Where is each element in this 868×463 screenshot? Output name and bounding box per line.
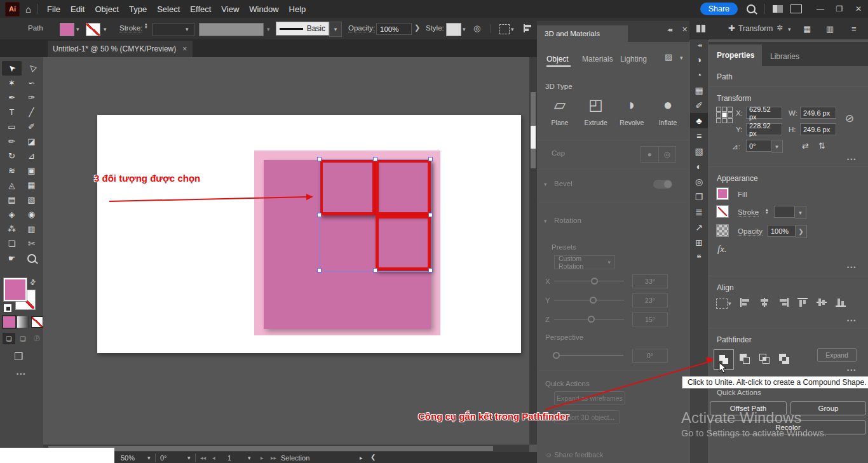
fx-button[interactable]: fx. (717, 244, 727, 255)
transform-row-label[interactable]: Transform (738, 24, 773, 33)
appearance-stroke-swatch[interactable] (717, 206, 728, 217)
eraser-tool[interactable]: ◪ (22, 134, 41, 149)
render-settings-dropdown-icon[interactable]: ▾ (680, 55, 683, 61)
rotate-tool[interactable]: ↻ (2, 149, 22, 163)
stroke-dropdown-icon[interactable]: ▾ (104, 26, 107, 32)
select-similar-dropdown-icon[interactable]: ▾ (511, 26, 514, 32)
free-transform-tool[interactable]: ▣ (22, 163, 41, 178)
stroke-weight-dropdown-icon[interactable]: ▾ (186, 26, 189, 32)
horizontal-scrollbar-thumb[interactable] (48, 446, 493, 451)
stroke-color-swatch[interactable] (86, 23, 100, 36)
scale-tool[interactable]: ⊿ (22, 149, 41, 163)
w-field[interactable]: 249.6 px (800, 107, 836, 119)
column-view-icon[interactable]: ▥ (826, 24, 834, 34)
bevel-toggle[interactable] (653, 180, 672, 189)
default-fill-stroke-icon[interactable] (3, 304, 12, 312)
prev-artboard-icon[interactable]: ◂ (212, 455, 215, 461)
zoom-level-value[interactable]: 50% (121, 454, 135, 462)
angle-dropdown-icon[interactable]: ▾ (771, 140, 783, 153)
horizontal-scrollbar[interactable] (43, 445, 529, 452)
select-similar-icon[interactable] (499, 24, 510, 34)
close-button[interactable]: ✕ (849, 4, 868, 13)
cap-inflated-icon[interactable]: ◎ (659, 147, 676, 162)
y-field[interactable]: 228.92 px (746, 123, 782, 135)
pathfinder-intersect-button[interactable] (757, 352, 771, 366)
document-tab[interactable]: Untitled-1* @ 50 % (CMYK/Preview) × (48, 41, 193, 57)
align-bottom-icon[interactable] (835, 297, 846, 307)
fill-dropdown-icon[interactable]: ▾ (76, 26, 79, 32)
line-segment-tool[interactable]: ╱ (22, 105, 41, 119)
menu-item-file[interactable]: File (47, 4, 60, 14)
artboard-dropdown-icon[interactable]: ▾ (248, 455, 251, 461)
menu-item-view[interactable]: View (221, 4, 239, 14)
pathfinder-more-options-icon[interactable]: ••• (847, 367, 857, 373)
zoom-dropdown-icon[interactable]: ▾ (147, 455, 151, 461)
restore-button[interactable]: ❐ (830, 4, 849, 13)
appearance-fill-swatch[interactable] (717, 188, 728, 199)
status-collapse-icon[interactable]: ❮ (370, 453, 376, 460)
align-center-vertical-icon[interactable] (816, 297, 827, 307)
blend-tool[interactable]: ◉ (22, 207, 41, 222)
next-artboard-icon[interactable]: ▸ (261, 455, 264, 461)
slider-value-x[interactable]: 33° (632, 274, 668, 288)
layers-icon[interactable]: ≣ (690, 205, 708, 220)
cap-flat-icon[interactable]: ● (641, 147, 659, 162)
share-feedback-link[interactable]: ☺ Share feedback (545, 451, 603, 459)
stroke-weight-label[interactable]: Stroke: (119, 24, 142, 32)
canvas-area[interactable] (43, 57, 529, 445)
gradient-mode-button[interactable] (17, 316, 29, 328)
appearance-opacity-label[interactable]: Opacity (738, 227, 763, 236)
hand-tool[interactable]: ☛ (2, 251, 22, 265)
transform-dropdown-icon[interactable]: ▾ (788, 26, 791, 32)
width-tool[interactable]: ≋ (2, 163, 22, 178)
brush-dropdown-icon[interactable]: ▾ (329, 22, 342, 37)
appearance-opacity-swatch[interactable] (717, 225, 728, 236)
inflate-option[interactable]: ●Inflate (651, 96, 684, 126)
tab-properties[interactable]: Properties (709, 44, 762, 66)
menu-item-help[interactable]: Help (289, 4, 306, 14)
align-more-options-icon[interactable]: ••• (847, 318, 857, 324)
render-settings-icon[interactable]: ▨ (665, 52, 676, 64)
stroke-width-field[interactable] (774, 206, 795, 218)
vertical-scrollbar[interactable] (529, 57, 537, 445)
slice-tool[interactable]: ✄ (22, 236, 41, 251)
brushes-icon[interactable]: ✐ (690, 98, 708, 113)
rotation-dropdown-icon[interactable]: ▾ (187, 455, 191, 461)
type-tool[interactable]: T (2, 105, 22, 119)
screen-mode-icon[interactable]: ❐ (14, 351, 23, 363)
selection-handle[interactable] (428, 157, 433, 161)
artboard-number[interactable]: 1 (227, 454, 231, 462)
slider-track-x[interactable] (554, 281, 624, 281)
app-logo-icon[interactable]: Ai (5, 2, 20, 17)
extrude-option[interactable]: ◰Extrude (580, 96, 613, 126)
bevel-chevron-icon[interactable]: ▾ (544, 181, 547, 187)
slider-knob-x[interactable] (591, 278, 598, 285)
draw-normal-icon[interactable]: ❏ (3, 333, 15, 344)
pen-tool[interactable]: ✒ (2, 90, 22, 105)
selection-handle[interactable] (428, 213, 433, 217)
pathfinder-exclude-button[interactable] (777, 352, 791, 366)
perspective-grid-tool[interactable]: ▦ (22, 178, 41, 192)
color-panel-icon[interactable]: ◑ (690, 52, 708, 67)
lasso-tool[interactable]: ∽ (22, 76, 41, 90)
shape-builder-tool[interactable]: ◬ (2, 178, 22, 192)
revolve-option[interactable]: ◗Revolve (615, 96, 648, 126)
menu-item-object[interactable]: Object (95, 4, 119, 14)
selection-handle[interactable] (373, 268, 377, 272)
stroke-stepper[interactable]: ▴▾ (766, 206, 768, 214)
group-button[interactable]: Group (790, 401, 866, 415)
menu-item-effect[interactable]: Effect (190, 4, 211, 14)
perspective-slider-knob[interactable] (553, 352, 560, 359)
reference-point-grid[interactable] (716, 107, 733, 123)
expand-dock-icon[interactable]: ◂◂ (690, 39, 708, 52)
tab-libraries[interactable]: Libraries (770, 52, 799, 61)
slider-track-y[interactable] (554, 300, 624, 300)
artboards-icon[interactable]: ❐ (690, 189, 708, 205)
appearance-stroke-label[interactable]: Stroke (738, 208, 759, 217)
align-to-dropdown-icon[interactable]: ▾ (728, 300, 731, 307)
h-field[interactable]: 249.6 px (800, 123, 836, 135)
appearance-more-options-icon[interactable]: ••• (847, 264, 857, 271)
appearance-icon[interactable]: ◎ (690, 174, 708, 189)
fill-indicator[interactable] (4, 278, 27, 301)
menu-item-select[interactable]: Select (157, 4, 180, 14)
